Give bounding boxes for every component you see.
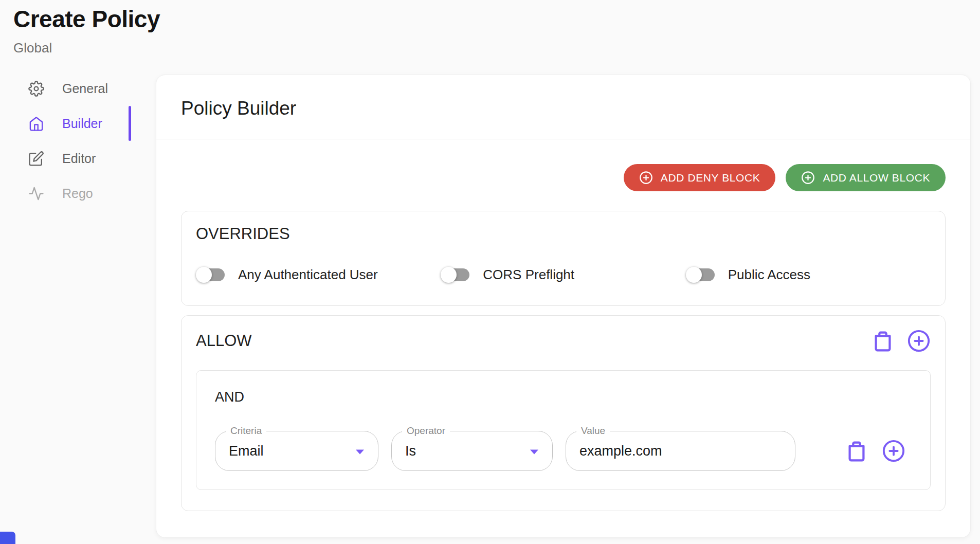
value-field: Value xyxy=(566,431,795,471)
sidebar-item-label: Editor xyxy=(62,151,96,166)
criteria-selected-value: Email xyxy=(229,443,264,459)
plus-circle-icon xyxy=(639,171,653,185)
sidebar-item-label: Builder xyxy=(62,116,102,131)
condition-group-card: AND Criteria Email Operator Is xyxy=(196,370,931,490)
operator-selected-value: Is xyxy=(405,443,416,459)
allow-block-title: ALLOW xyxy=(196,332,252,350)
activity-icon xyxy=(28,186,44,202)
operator-field-label: Operator xyxy=(402,425,450,437)
toggle-label: Any Authenticated User xyxy=(238,267,378,283)
operator-select[interactable]: Operator Is xyxy=(391,431,553,471)
sidebar-item-label: Rego xyxy=(62,186,93,201)
toggle-thumb xyxy=(686,267,702,283)
cors-preflight-toggle[interactable] xyxy=(441,267,470,283)
delete-condition-button[interactable] xyxy=(845,439,868,463)
gear-icon xyxy=(28,81,44,97)
add-allow-block-label: ADD ALLOW BLOCK xyxy=(823,172,930,184)
page-subtitle: Global xyxy=(13,40,980,56)
chevron-down-icon xyxy=(355,448,365,454)
sidebar-item-editor[interactable]: Editor xyxy=(28,150,131,167)
plus-circle-icon xyxy=(801,171,815,185)
sidebar-item-label: General xyxy=(62,81,108,96)
toggle-group-any-authenticated-user: Any Authenticated User xyxy=(196,267,441,283)
home-icon xyxy=(28,116,44,132)
condition-row: Criteria Email Operator Is xyxy=(215,431,912,471)
sidebar-item-rego[interactable]: Rego xyxy=(28,185,131,202)
value-input[interactable] xyxy=(579,443,782,459)
card-title: Policy Builder xyxy=(181,98,946,119)
active-indicator-bar xyxy=(129,106,131,141)
edit-icon xyxy=(28,151,44,167)
toggle-label: Public Access xyxy=(728,267,810,283)
card-body: ADD DENY BLOCK ADD ALLOW BLOCK OVERRIDES xyxy=(156,164,970,533)
criteria-field-label: Criteria xyxy=(226,425,266,437)
offscreen-element-fragment xyxy=(0,532,15,544)
toggle-label: CORS Preflight xyxy=(483,267,574,283)
overrides-title: OVERRIDES xyxy=(196,225,931,243)
content-area: General Builder Editor Rego Policy Build… xyxy=(0,75,980,538)
page-header: Create Policy Global xyxy=(0,0,980,56)
add-deny-block-label: ADD DENY BLOCK xyxy=(661,172,760,184)
sidebar-item-builder[interactable]: Builder xyxy=(28,115,131,132)
allow-block-section: ALLOW xyxy=(181,315,946,511)
condition-actions xyxy=(845,439,912,463)
card-header: Policy Builder xyxy=(156,75,970,139)
trash-icon xyxy=(845,457,868,464)
add-allow-block-button[interactable]: ADD ALLOW BLOCK xyxy=(786,164,946,191)
any-authenticated-user-toggle[interactable] xyxy=(196,267,226,283)
delete-block-button[interactable] xyxy=(871,329,895,353)
add-group-button[interactable] xyxy=(907,329,931,353)
page-title: Create Policy xyxy=(13,5,980,33)
chevron-down-icon xyxy=(530,448,539,454)
toggle-thumb xyxy=(196,267,212,283)
plus-circle-icon xyxy=(907,347,931,354)
plus-circle-icon xyxy=(882,457,905,464)
add-deny-block-button[interactable]: ADD DENY BLOCK xyxy=(624,164,776,191)
policy-builder-card: Policy Builder ADD DENY BLOCK ADD ALLOW … xyxy=(156,75,971,538)
block-actions-row: ADD DENY BLOCK ADD ALLOW BLOCK xyxy=(181,164,946,191)
overrides-toggles-row: Any Authenticated User CORS Preflight xyxy=(196,267,931,289)
sidebar: General Builder Editor Rego xyxy=(0,75,156,220)
toggle-group-public-access: Public Access xyxy=(686,267,931,283)
add-condition-button[interactable] xyxy=(882,439,905,463)
allow-block-actions xyxy=(871,329,931,353)
overrides-section: OVERRIDES Any Authenticated User xyxy=(181,211,946,306)
allow-block-header: ALLOW xyxy=(196,329,931,353)
public-access-toggle[interactable] xyxy=(686,267,716,283)
sidebar-item-general[interactable]: General xyxy=(28,80,131,97)
value-field-label: Value xyxy=(576,425,610,437)
toggle-group-cors-preflight: CORS Preflight xyxy=(441,267,685,283)
trash-icon xyxy=(871,347,895,354)
logic-operator-label: AND xyxy=(215,389,912,405)
criteria-select[interactable]: Criteria Email xyxy=(215,431,378,471)
